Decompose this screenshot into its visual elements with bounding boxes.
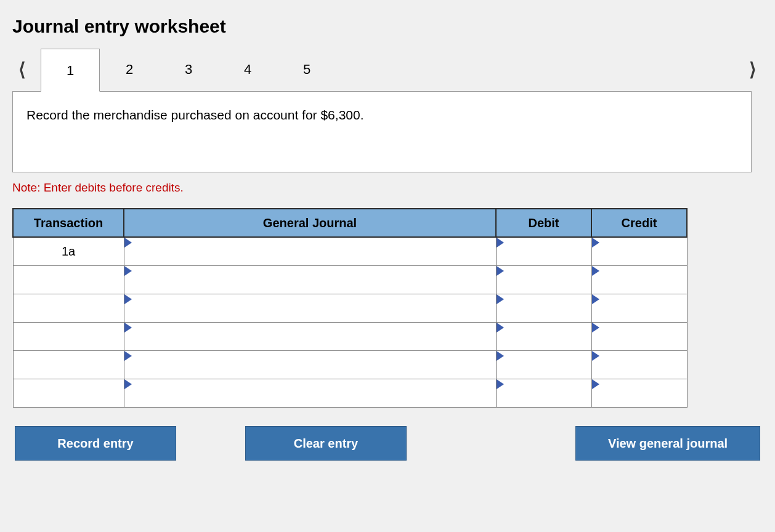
note-text: Note: Enter debits before credits. xyxy=(12,181,763,195)
button-row: Record entry Clear entry View general jo… xyxy=(12,426,763,461)
record-entry-button[interactable]: Record entry xyxy=(15,426,176,461)
clear-entry-button[interactable]: Clear entry xyxy=(245,426,407,461)
tab-2[interactable]: 2 xyxy=(100,48,159,91)
cell-general-journal[interactable] xyxy=(124,265,496,294)
next-arrow[interactable]: ⟩ xyxy=(743,48,763,91)
cell-general-journal[interactable] xyxy=(124,294,496,322)
cell-general-journal[interactable] xyxy=(124,379,496,407)
table-row xyxy=(13,294,687,322)
cell-transaction[interactable] xyxy=(13,322,124,350)
tab-nav-row: ⟨ 1 2 3 4 5 ⟩ xyxy=(12,48,763,91)
tabs: 1 2 3 4 5 xyxy=(41,48,336,91)
prompt-panel: Record the merchandise purchased on acco… xyxy=(12,91,752,172)
cell-credit[interactable] xyxy=(591,322,687,350)
cell-debit[interactable] xyxy=(496,379,591,407)
table-row xyxy=(13,379,687,407)
cell-debit[interactable] xyxy=(496,294,591,322)
tab-4[interactable]: 4 xyxy=(218,48,277,91)
journal-table: Transaction General Journal Debit Credit… xyxy=(12,208,688,408)
table-row xyxy=(13,350,687,379)
cell-credit[interactable] xyxy=(591,379,687,407)
cell-transaction[interactable]: 1a xyxy=(13,237,124,265)
cell-transaction[interactable] xyxy=(13,265,124,294)
cell-transaction[interactable] xyxy=(13,294,124,322)
cell-credit[interactable] xyxy=(591,265,687,294)
header-credit: Credit xyxy=(591,209,687,237)
cell-credit[interactable] xyxy=(591,237,687,265)
header-debit: Debit xyxy=(496,209,591,237)
tab-1[interactable]: 1 xyxy=(41,49,100,92)
tab-5[interactable]: 5 xyxy=(277,48,336,91)
cell-debit[interactable] xyxy=(496,350,591,379)
table-row: 1a xyxy=(13,237,687,265)
cell-debit[interactable] xyxy=(496,265,591,294)
cell-general-journal[interactable] xyxy=(124,322,496,350)
view-general-journal-button[interactable]: View general journal xyxy=(575,426,760,461)
header-general-journal: General Journal xyxy=(124,209,496,237)
table-row xyxy=(13,265,687,294)
table-row xyxy=(13,322,687,350)
cell-general-journal[interactable] xyxy=(124,237,496,265)
cell-credit[interactable] xyxy=(591,294,687,322)
cell-credit[interactable] xyxy=(591,350,687,379)
page-title: Journal entry worksheet xyxy=(12,16,763,37)
cell-transaction[interactable] xyxy=(13,350,124,379)
cell-transaction[interactable] xyxy=(13,379,124,407)
cell-general-journal[interactable] xyxy=(124,350,496,379)
tab-3[interactable]: 3 xyxy=(159,48,218,91)
cell-debit[interactable] xyxy=(496,322,591,350)
prev-arrow[interactable]: ⟨ xyxy=(12,48,32,91)
prompt-text: Record the merchandise purchased on acco… xyxy=(26,108,364,122)
cell-debit[interactable] xyxy=(496,237,591,265)
header-transaction: Transaction xyxy=(13,209,124,237)
